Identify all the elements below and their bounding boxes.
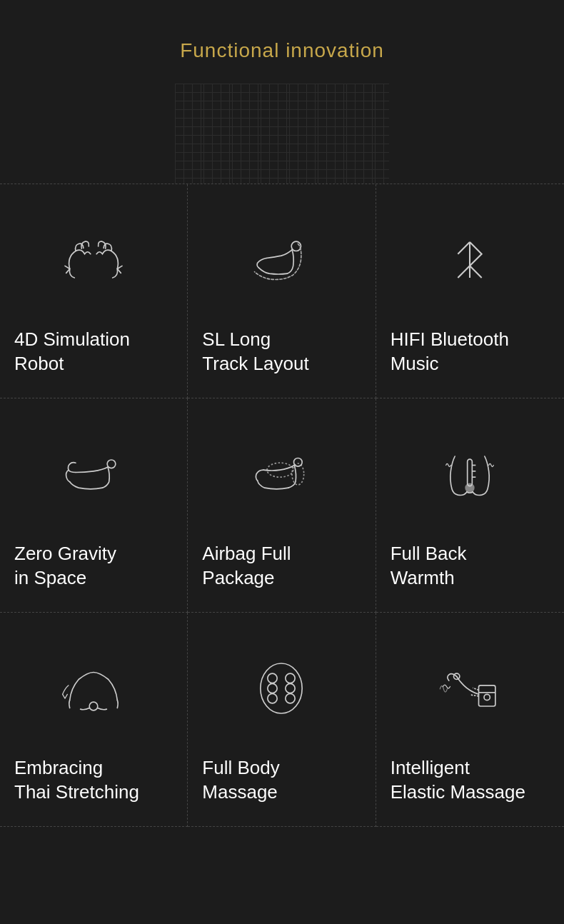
svg-point-12 [261,663,302,713]
bluetooth-icon [434,231,505,288]
label-zero-gravity: Zero Gravityin Space [14,542,173,591]
icon-elastic-massage [391,634,550,742]
svg-point-11 [89,702,98,710]
svg-line-23 [473,688,478,690]
recliner-track-icon [246,231,317,288]
svg-rect-6 [468,459,473,486]
cell-warmth: Full BackWarmth [376,398,564,613]
warmth-icon [434,446,505,503]
label-full-body-massage: Full BodyMassage [202,756,361,805]
icon-bluetooth [391,206,550,313]
label-airbag: Airbag FullPackage [202,542,361,591]
thai-stretch-icon [58,660,129,717]
label-elastic-massage: IntelligentElastic Massage [391,756,550,805]
cell-airbag: Airbag FullPackage [188,398,376,613]
icon-sl-track [202,206,361,313]
cell-thai-stretch: EmbracingThai Stretching [0,613,188,827]
features-grid: 4D SimulationRobot [0,184,564,827]
elastic-massage-icon [434,660,505,717]
icon-airbag [202,420,361,528]
icon-warmth [391,420,550,528]
svg-point-7 [465,483,474,492]
label-4d-simulation: 4D SimulationRobot [14,328,173,376]
cell-bluetooth: HIFI BluetoothMusic [376,184,564,398]
svg-line-24 [471,695,479,696]
svg-point-15 [268,683,277,693]
decorative-lines [0,84,564,184]
icon-4d-simulation [14,206,173,313]
svg-point-17 [268,693,277,703]
icon-thai-stretch [14,634,173,742]
svg-point-13 [268,673,277,683]
header: Functional innovation [0,0,564,84]
svg-rect-19 [479,686,495,706]
page-wrapper: Functional innovation [0,0,564,924]
svg-point-16 [286,683,295,693]
cell-sl-track: SL LongTrack Layout [188,184,376,398]
svg-point-14 [286,673,295,683]
cell-full-body-massage: Full BodyMassage [188,613,376,827]
label-sl-track: SL LongTrack Layout [202,328,361,376]
airbag-icon [246,446,317,503]
robot-hands-icon [58,231,129,288]
svg-point-21 [484,694,490,700]
cell-zero-gravity: Zero Gravityin Space [0,398,188,613]
icon-full-body-massage [202,634,361,742]
svg-point-18 [286,693,295,703]
cell-4d-simulation: 4D SimulationRobot [0,184,188,398]
label-thai-stretch: EmbracingThai Stretching [14,756,173,805]
label-warmth: Full BackWarmth [391,542,550,591]
label-bluetooth: HIFI BluetoothMusic [391,328,550,376]
page-title: Functional innovation [0,39,564,62]
body-massage-icon [246,660,317,717]
icon-zero-gravity [14,420,173,528]
cell-elastic-massage: IntelligentElastic Massage [376,613,564,827]
svg-point-2 [107,460,116,468]
zero-gravity-icon [58,446,129,503]
